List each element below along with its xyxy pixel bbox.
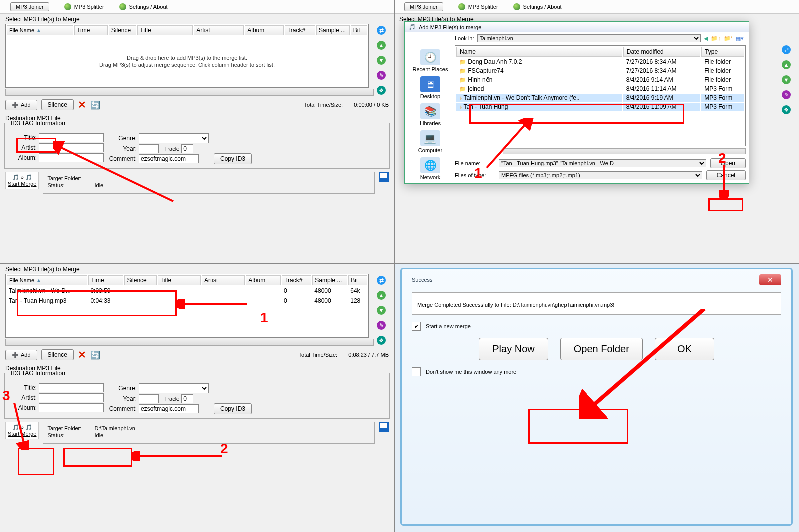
start-merge-button[interactable]: 🎵 » 🎵 Start Merge (5, 422, 39, 439)
comment-input[interactable] (139, 404, 199, 413)
copy-id3-button[interactable]: Copy ID3 (214, 153, 252, 164)
col-sample[interactable]: Sample ... (312, 275, 347, 285)
tab-settings[interactable]: Settings / About (129, 4, 168, 10)
col-track[interactable]: Track# (285, 25, 315, 35)
col-filename[interactable]: File Name ▲ (7, 25, 73, 35)
refresh-icon[interactable]: 🔄 (90, 100, 100, 110)
place-recent[interactable]: 🕘Recent Places (413, 49, 448, 72)
down-icon[interactable]: ▼ (782, 75, 791, 84)
down-icon[interactable]: ▼ (377, 56, 386, 65)
filename-input[interactable]: "Tan - Tuan Hung.mp3" "Taimienphi.vn - W… (499, 159, 706, 167)
filetype-select[interactable]: MPEG files (*.mp3;*.mp2;*.mp1) (499, 171, 702, 179)
scrollbar[interactable] (5, 89, 374, 96)
save-icon[interactable] (379, 172, 389, 182)
delete-icon[interactable]: ✕ (78, 349, 86, 361)
tab-splitter[interactable]: MP3 Splitter (468, 4, 498, 10)
tool-icon[interactable]: ❖ (782, 105, 791, 114)
add-button[interactable]: ➕Add (5, 350, 37, 360)
track-input[interactable] (181, 394, 193, 403)
col-artist[interactable]: Artist (202, 275, 245, 285)
start-merge-button[interactable]: 🎵 » 🎵 Start Merge (5, 172, 39, 189)
col-title[interactable]: Title (158, 275, 201, 285)
up-icon[interactable]: ▲ (377, 41, 386, 50)
file-row[interactable]: ♪ Tan - Tuan Hung8/4/2016 11:09 AMMP3 Fo… (456, 103, 744, 111)
tool-icon[interactable]: ✎ (377, 321, 386, 330)
swap-icon[interactable]: ⇄ (782, 45, 791, 54)
col-sample[interactable]: Sample ... (316, 25, 350, 35)
col-time[interactable]: Time (88, 275, 123, 285)
file-row[interactable]: 📁 joined8/4/2016 11:14 AMMP3 Form (456, 85, 744, 93)
col-name[interactable]: Name (456, 47, 622, 57)
delete-icon[interactable]: ✕ (78, 99, 86, 111)
newfolder-icon[interactable]: 📁* (724, 35, 733, 42)
title-input[interactable] (39, 383, 104, 392)
up-icon[interactable]: 📁↑ (711, 35, 721, 42)
col-title[interactable]: Title (137, 25, 193, 35)
col-album[interactable]: Album (246, 275, 281, 285)
place-network[interactable]: 🌐Network (420, 157, 440, 180)
silence-button[interactable]: Silence (41, 99, 74, 110)
view-icon[interactable]: ▦▾ (736, 35, 744, 42)
up-icon[interactable]: ▲ (377, 291, 386, 300)
refresh-icon[interactable]: 🔄 (90, 350, 100, 360)
album-input[interactable] (39, 403, 104, 412)
col-type[interactable]: Type (701, 47, 744, 57)
col-filename[interactable]: File Name ▲ (7, 275, 87, 285)
file-table[interactable]: File Name ▲ Time Silence Title Artist Al… (5, 24, 369, 88)
cancel-button[interactable]: Cancel (706, 170, 746, 180)
down-icon[interactable]: ▼ (377, 306, 386, 315)
col-bit[interactable]: Bit (348, 275, 367, 285)
close-button[interactable]: ✕ (759, 274, 781, 285)
artist-input[interactable] (39, 393, 104, 402)
place-libraries[interactable]: 📚Libraries (420, 103, 441, 126)
up-icon[interactable]: ▲ (782, 60, 791, 69)
tab-joiner[interactable]: MP3 Joiner (404, 2, 443, 11)
col-silence[interactable]: Silence (124, 275, 157, 285)
tab-joiner[interactable]: MP3 Joiner (10, 2, 49, 11)
col-track[interactable]: Track# (282, 275, 311, 285)
file-list[interactable]: NameDate modifiedType 📁 Dong Dau Anh 7.0… (455, 46, 745, 112)
checkbox-dont-show[interactable] (412, 367, 421, 376)
open-folder-button[interactable]: Open Folder (560, 338, 643, 360)
file-table[interactable]: File Name ▲ Time Silence Title Artist Al… (5, 274, 369, 338)
add-button[interactable]: ➕Add (5, 100, 37, 110)
place-desktop[interactable]: 🖥Desktop (420, 76, 440, 99)
table-row[interactable]: Tan - Tuan Hung.mp30:04:33048000128 (7, 296, 367, 305)
year-input[interactable] (139, 144, 159, 153)
file-row[interactable]: ♪ Taimienphi.vn - We Don't Talk Anymore … (456, 94, 744, 102)
comment-input[interactable] (139, 154, 199, 163)
ok-button[interactable]: OK (655, 338, 714, 360)
col-time[interactable]: Time (74, 25, 108, 35)
col-artist[interactable]: Artist (194, 25, 244, 35)
place-computer[interactable]: 💻Computer (418, 130, 442, 153)
file-row[interactable]: 📁 Dong Dau Anh 7.0.27/27/2016 8:34 AMFil… (456, 58, 744, 66)
checkbox-new-merge[interactable]: ✔ (412, 322, 421, 331)
copy-id3-button[interactable]: Copy ID3 (214, 403, 252, 414)
swap-icon[interactable]: ⇄ (377, 26, 386, 35)
title-input[interactable] (39, 133, 104, 142)
play-now-button[interactable]: Play Now (479, 338, 548, 360)
tool-icon[interactable]: ❖ (377, 336, 386, 345)
open-button[interactable]: Open (710, 158, 746, 168)
lookin-select[interactable]: Taimienphi.vn (477, 34, 701, 42)
album-input[interactable] (39, 153, 104, 162)
col-bit[interactable]: Bit (351, 25, 367, 35)
col-silence[interactable]: Silence (109, 25, 137, 35)
file-row[interactable]: 📁 FSCapture747/27/2016 8:34 AMFile folde… (456, 67, 744, 75)
scrollbar[interactable] (503, 148, 746, 154)
tool-icon[interactable]: ✎ (782, 90, 791, 99)
genre-select[interactable] (139, 133, 209, 143)
track-input[interactable] (181, 144, 193, 153)
tab-settings[interactable]: Settings / About (523, 4, 562, 10)
save-icon[interactable] (379, 422, 389, 432)
col-album[interactable]: Album (245, 25, 284, 35)
year-input[interactable] (139, 394, 159, 403)
back-icon[interactable]: ◀ (704, 35, 708, 42)
scrollbar[interactable] (5, 339, 374, 346)
file-row[interactable]: 📁 Hình nền8/4/2016 9:14 AMFile folder (456, 76, 744, 84)
swap-icon[interactable]: ⇄ (377, 276, 386, 285)
tool-icon[interactable]: ✎ (377, 71, 386, 80)
tool-icon[interactable]: ❖ (377, 86, 386, 95)
genre-select[interactable] (139, 383, 209, 393)
table-row[interactable]: Taimienphi.vn - We D...0:03:5004800064k (7, 286, 367, 295)
